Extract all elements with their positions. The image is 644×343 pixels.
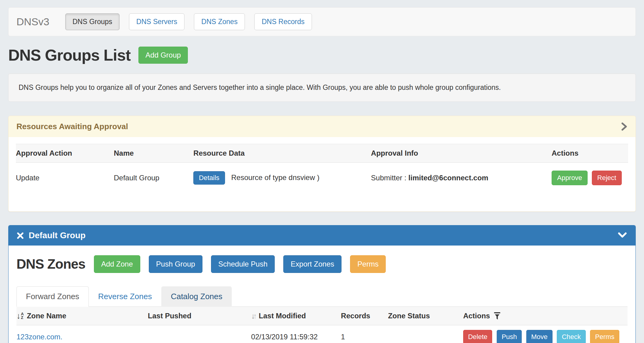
approval-panel-header[interactable]: Resources Awaiting Approval (9, 116, 635, 137)
push-group-button[interactable]: Push Group (149, 255, 202, 273)
default-group-title: Default Group (29, 231, 86, 240)
default-group-panel: Default Group DNS Zones Add Zone Push Gr… (8, 225, 636, 343)
col-records: Records (341, 307, 388, 325)
approval-resource-cell: Details Resource of type dnsview ) (193, 163, 371, 193)
page-description: DNS Groups help you to organize all of y… (8, 73, 636, 102)
last-modified-cell: 02/13/2019 11:59:32 (251, 328, 341, 343)
zones-table: ↓ A Z Zone Name Last Pushed ↓ ↑ (16, 307, 628, 343)
chevron-right-icon[interactable] (621, 122, 628, 131)
table-row: 123zone.com. 02/13/2019 11:59:32 1 Delet… (16, 325, 628, 343)
zone-actions-cell: Delete Push Move Check Perms (463, 325, 628, 343)
nav-dns-servers[interactable]: DNS Servers (129, 13, 184, 30)
col-approval-action: Approval Action (16, 144, 114, 162)
zones-section-title: DNS Zones (16, 256, 85, 272)
col-zone-actions: Actions (463, 307, 628, 325)
move-button[interactable]: Move (526, 330, 553, 343)
export-zones-button[interactable]: Export Zones (283, 255, 342, 273)
details-button[interactable]: Details (193, 171, 225, 185)
filter-icon[interactable] (494, 312, 501, 320)
app-brand: DNSv3 (16, 16, 49, 28)
col-resource-data: Resource Data (193, 144, 371, 162)
zone-name-cell: 123zone.com. (16, 328, 148, 343)
col-zone-name[interactable]: ↓ A Z Zone Name (16, 307, 148, 325)
default-group-body: DNS Zones Add Zone Push Group Schedule P… (9, 246, 635, 343)
col-actions: Actions (552, 144, 628, 162)
col-approval-info: Approval Info (371, 144, 552, 162)
zones-table-header-row: ↓ A Z Zone Name Last Pushed ↓ ↑ (16, 307, 628, 325)
zones-tabs: Forward Zones Reverse Zones Catalog Zone… (16, 286, 628, 307)
approval-panel-body: Approval Action Name Resource Data Appro… (9, 137, 635, 211)
chevron-down-icon[interactable] (617, 232, 628, 239)
zone-link[interactable]: 123zone.com. (16, 333, 63, 341)
push-button[interactable]: Push (497, 330, 522, 343)
submitter-email: limited@6connect.com (408, 174, 488, 182)
approval-row: Update Default Group Details Resource of… (16, 163, 628, 193)
col-name: Name (114, 144, 193, 162)
zones-toolbar: DNS Zones Add Zone Push Group Schedule P… (16, 255, 628, 273)
col-zone-status: Zone Status (388, 307, 463, 325)
approval-table-header-row: Approval Action Name Resource Data Appro… (16, 144, 628, 163)
approval-panel-title: Resources Awaiting Approval (16, 122, 128, 131)
tab-catalog-zones[interactable]: Catalog Zones (161, 286, 232, 307)
close-icon[interactable] (16, 232, 24, 239)
delete-button[interactable]: Delete (463, 330, 492, 343)
sort-icon[interactable]: ↓ ↑ (251, 312, 257, 320)
approval-actions-cell: Approve Reject (552, 163, 628, 193)
default-group-header[interactable]: Default Group (9, 225, 635, 246)
perms-row-button[interactable]: Perms (590, 330, 619, 343)
sort-alpha-icon[interactable]: ↓ A Z (16, 312, 24, 320)
resource-data-text: Resource of type dnsview ) (231, 173, 319, 182)
zone-status-cell (388, 332, 463, 341)
title-row: DNS Groups List Add Group (8, 46, 636, 64)
nav-dns-records[interactable]: DNS Records (254, 13, 312, 30)
col-last-pushed: Last Pushed (148, 307, 251, 325)
nav-dns-zones[interactable]: DNS Zones (194, 13, 245, 30)
approval-panel: Resources Awaiting Approval Approval Act… (8, 116, 636, 212)
dns-groups-page: DNSv3 DNS Groups DNS Servers DNS Zones D… (0, 7, 644, 343)
tab-reverse-zones[interactable]: Reverse Zones (89, 286, 161, 307)
col-last-modified[interactable]: ↓ ↑ Last Modified (251, 307, 341, 325)
last-pushed-cell (148, 332, 251, 341)
approval-table: Approval Action Name Resource Data Appro… (16, 144, 628, 193)
reject-button[interactable]: Reject (592, 171, 622, 185)
add-zone-button[interactable]: Add Zone (94, 255, 140, 273)
nav-dns-groups[interactable]: DNS Groups (65, 13, 120, 30)
records-cell: 1 (341, 328, 388, 343)
check-button[interactable]: Check (557, 330, 585, 343)
add-group-button[interactable]: Add Group (138, 47, 188, 64)
top-navbar: DNSv3 DNS Groups DNS Servers DNS Zones D… (8, 7, 636, 36)
approval-name-value: Default Group (114, 166, 193, 190)
page-title: DNS Groups List (8, 46, 131, 64)
perms-button[interactable]: Perms (350, 255, 386, 273)
approval-info-cell: Submitter : limited@6connect.com (371, 166, 552, 190)
tab-forward-zones[interactable]: Forward Zones (16, 286, 89, 307)
submitter-label: Submitter : (371, 174, 409, 182)
schedule-push-button[interactable]: Schedule Push (211, 255, 275, 273)
approval-action-value: Update (16, 166, 114, 190)
approve-button[interactable]: Approve (552, 171, 588, 185)
